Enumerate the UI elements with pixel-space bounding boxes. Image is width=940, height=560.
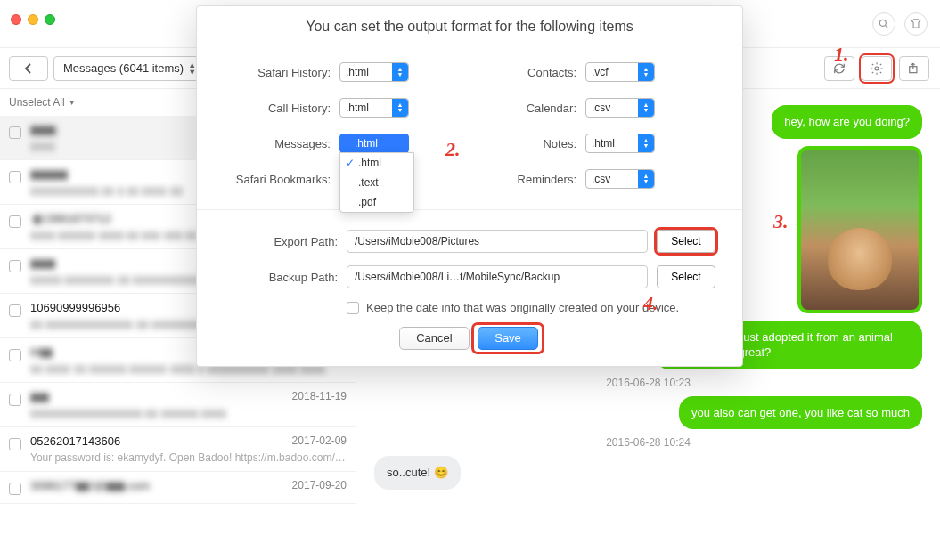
conversation-name: -▮13981673712 bbox=[30, 212, 111, 225]
dropdown-option[interactable]: .html bbox=[340, 153, 413, 173]
keep-date-label: Keep the date info that was originally c… bbox=[366, 301, 679, 314]
label-calendar: Calendar: bbox=[470, 101, 585, 115]
conversation-checkbox[interactable] bbox=[9, 171, 21, 183]
export-path-input[interactable] bbox=[347, 230, 648, 253]
conversation-checkbox[interactable] bbox=[9, 349, 21, 361]
conversation-row[interactable]: 3098177▮▮2@▮▮▮.com2017-09-20 bbox=[0, 472, 356, 504]
zoom-window-icon[interactable] bbox=[45, 14, 55, 25]
export-button[interactable] bbox=[899, 56, 929, 81]
message-out: hey, how are you doing? bbox=[772, 105, 922, 139]
conversation-row[interactable]: ▮▮▮2018-11-19▮▮▮▮▮▮▮▮▮▮▮▮▮▮▮▮▮▮ ▮▮ ▮▮▮▮▮… bbox=[0, 383, 356, 427]
select-reminders[interactable]: .csv▲▼ bbox=[585, 169, 655, 189]
timestamp: 2016-06-28 10:23 bbox=[374, 377, 922, 389]
timestamp: 2016-06-28 10:24 bbox=[374, 436, 922, 449]
conversation-preview: ▮▮▮▮▮▮▮▮▮▮▮▮▮▮▮▮▮▮ ▮▮ ▮▮▮▮▮▮ ▮▮▮▮ bbox=[30, 407, 347, 419]
conversation-checkbox[interactable] bbox=[9, 215, 21, 228]
close-window-icon[interactable] bbox=[11, 14, 21, 25]
category-combo[interactable]: Messages (6041 items) ▲▼ bbox=[53, 56, 202, 81]
label-safari-bookmarks: Safari Bookmarks: bbox=[224, 173, 339, 186]
select-call-history[interactable]: .html▲▼ bbox=[339, 98, 409, 118]
conversation-name: ▮▮▮▮ bbox=[30, 256, 55, 270]
select-arrow-icon: ▲▼ bbox=[392, 63, 408, 81]
select-messages-dropdown: .html.text.pdf bbox=[339, 152, 414, 213]
conversation-name: 3098177▮▮2@▮▮▮.com bbox=[30, 479, 150, 492]
conversation-name: 05262017143606 bbox=[30, 434, 120, 448]
divider bbox=[197, 209, 742, 210]
conversation-checkbox[interactable] bbox=[9, 438, 21, 450]
conversation-name: ▮▮▮ bbox=[30, 390, 49, 403]
select-backup-path-button[interactable]: Select bbox=[657, 265, 715, 288]
conversation-name: 10690999996956 bbox=[30, 301, 120, 314]
window-controls bbox=[11, 14, 55, 25]
cancel-button[interactable]: Cancel bbox=[399, 327, 469, 350]
label-export-path: Export Path: bbox=[224, 235, 347, 248]
svg-line-1 bbox=[886, 26, 888, 28]
label-backup-path: Backup Path: bbox=[224, 271, 347, 284]
category-combo-label: Messages (6041 items) bbox=[63, 61, 184, 75]
dropdown-option[interactable]: .text bbox=[340, 173, 413, 192]
select-notes[interactable]: .html▲▼ bbox=[585, 134, 655, 153]
save-button[interactable]: Save bbox=[478, 327, 538, 350]
label-safari-history: Safari History: bbox=[224, 66, 339, 79]
select-arrow-icon: ▲▼ bbox=[392, 99, 408, 117]
conversation-preview: Your password is: ekamydyf. Open Badoo! … bbox=[30, 451, 347, 464]
select-arrow-icon: ▲▼ bbox=[638, 63, 654, 81]
label-reminders: Reminders: bbox=[470, 173, 585, 186]
output-format-modal: You can set the output format for the fo… bbox=[196, 5, 743, 367]
refresh-button[interactable] bbox=[824, 56, 854, 81]
settings-button[interactable] bbox=[862, 56, 892, 81]
select-calendar[interactable]: .csv▲▼ bbox=[585, 98, 655, 118]
select-messages[interactable]: .html bbox=[339, 134, 409, 153]
combo-arrows-icon: ▲▼ bbox=[188, 61, 196, 76]
conversation-name: ▮▮▮▮▮▮ bbox=[30, 167, 68, 181]
conversation-checkbox[interactable] bbox=[9, 260, 21, 272]
minimize-window-icon[interactable] bbox=[28, 14, 38, 25]
conversation-date: 2017-09-20 bbox=[292, 479, 347, 492]
select-contacts[interactable]: .vcf▲▼ bbox=[585, 62, 655, 82]
message-image[interactable] bbox=[797, 146, 922, 313]
conversation-date: 2017-02-09 bbox=[292, 434, 347, 448]
select-arrow-icon: ▲▼ bbox=[638, 134, 654, 152]
label-messages: Messages: bbox=[224, 137, 339, 150]
message-in: so..cute! 😊 bbox=[374, 456, 461, 490]
select-arrow-icon: ▲▼ bbox=[638, 99, 654, 117]
conversation-row[interactable]: 052620171436062017-02-09Your password is… bbox=[0, 427, 356, 472]
select-arrow-icon: ▲▼ bbox=[638, 170, 654, 188]
conversation-date: 2018-11-19 bbox=[292, 390, 347, 403]
dropdown-option[interactable]: .pdf bbox=[340, 192, 413, 212]
svg-point-2 bbox=[875, 67, 879, 70]
conversation-checkbox[interactable] bbox=[9, 126, 21, 139]
modal-title: You can set the output format for the fo… bbox=[197, 6, 742, 54]
unselect-all-label: Unselect All bbox=[9, 96, 65, 109]
chevron-down-icon: ▼ bbox=[69, 99, 76, 107]
conversation-name: ▮▮▮▮; bbox=[30, 123, 59, 136]
conversation-name: M▮▮ bbox=[30, 345, 53, 359]
message-out: you also can get one, you like cat so mu… bbox=[679, 396, 922, 430]
keep-date-checkbox[interactable] bbox=[347, 302, 359, 314]
label-notes: Notes: bbox=[470, 137, 585, 150]
label-contacts: Contacts: bbox=[470, 66, 585, 79]
select-safari-history[interactable]: .html▲▼ bbox=[339, 62, 409, 82]
label-call-history: Call History: bbox=[224, 101, 339, 115]
conversation-checkbox[interactable] bbox=[9, 483, 21, 495]
select-export-path-button[interactable]: Select bbox=[657, 230, 715, 253]
conversation-checkbox[interactable] bbox=[9, 394, 21, 406]
back-button[interactable] bbox=[9, 56, 48, 81]
svg-point-0 bbox=[879, 20, 886, 26]
backup-path-input[interactable] bbox=[347, 265, 648, 288]
conversation-checkbox[interactable] bbox=[9, 304, 21, 317]
search-icon[interactable] bbox=[872, 12, 895, 36]
shirt-icon[interactable] bbox=[904, 12, 928, 36]
